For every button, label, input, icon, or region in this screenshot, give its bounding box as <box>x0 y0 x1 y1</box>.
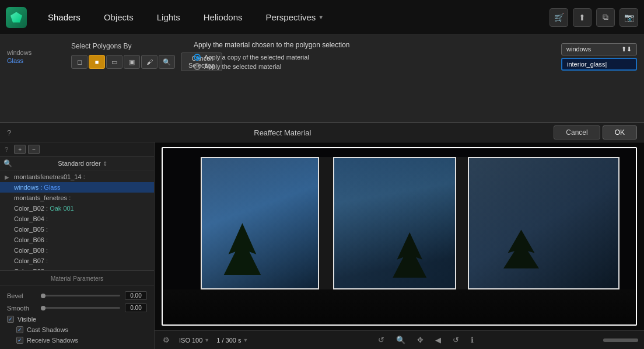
material-params-panel: Material Parameters Bevel 0.00 Smooth 0.… <box>0 270 154 349</box>
iso-dropdown[interactable]: ISO 100 ▼ <box>179 337 209 344</box>
camera-icon-btn[interactable]: 📷 <box>620 8 638 27</box>
top-bar: Shaders Objects Lights Heliodons Perspec… <box>0 0 644 35</box>
render-progress-fill <box>603 338 638 342</box>
smooth-param-row: Smooth 0.00 <box>0 302 154 314</box>
bevel-value[interactable]: 0.00 <box>125 291 147 300</box>
sidebar-search-row: 🔍 Standard order ⇕ <box>0 157 154 170</box>
left-window-panel <box>201 157 319 289</box>
menu-heliodons[interactable]: Heliodons <box>192 8 254 27</box>
poly-btn-poly-select[interactable]: ■ <box>89 55 105 69</box>
menu-lights[interactable]: Lights <box>145 8 192 27</box>
poly-btn-circle-select[interactable]: ▭ <box>106 55 123 69</box>
material-params-title: Material Parameters <box>0 274 154 286</box>
sort-arrow-icon: ⇕ <box>103 160 107 167</box>
poly-btn-lasso-select[interactable]: ▣ <box>124 55 140 69</box>
app-logo <box>6 7 27 28</box>
list-item[interactable]: Color_B08 : <box>0 245 154 256</box>
reaffect-cancel-button[interactable]: Cancel <box>554 125 600 139</box>
smooth-label: Smooth <box>7 305 36 312</box>
cart-icon-btn[interactable]: 🛒 <box>550 8 568 27</box>
material-input[interactable] <box>561 58 637 71</box>
viewport: ⚙ ISO 100 ▼ 1 / 300 s ▼ ↺ 🔍 ✥ ◀ ↺ ℹ <box>155 142 644 349</box>
windows-dropdown[interactable]: windows ⬆⬇ <box>561 43 637 55</box>
sidebar-question: ? <box>5 146 8 153</box>
bevel-slider[interactable] <box>41 295 120 296</box>
list-item[interactable]: montants_fenetres : <box>0 193 154 203</box>
smooth-value[interactable]: 0.00 <box>125 303 147 312</box>
material-controls: windows ⬆⬇ <box>561 43 637 71</box>
iso-dropdown-arrow: ▼ <box>204 337 209 343</box>
smooth-slider-handle <box>41 306 46 310</box>
time-value: 1 / 300 s <box>216 337 241 344</box>
undo-icon-btn[interactable]: ↺ <box>376 334 387 345</box>
sidebar-remove-btn[interactable]: − <box>28 145 40 154</box>
radio-selected-label: Apply the selected material <box>204 63 281 70</box>
visible-checkbox-row[interactable]: Visible <box>0 314 154 324</box>
receive-shadows-checkbox[interactable] <box>16 337 23 344</box>
list-item[interactable]: windows : Glass <box>0 182 154 193</box>
bevel-slider-handle <box>41 294 46 298</box>
windows-nav-label: windows <box>7 49 65 56</box>
cast-shadows-label: Cast Shadows <box>27 326 68 333</box>
sidebar: ? + − 🔍 Standard order ⇕ ▶ montantsfenet… <box>0 142 155 349</box>
zoom-icon-btn[interactable]: 🔍 <box>394 334 408 345</box>
middle-window-panel <box>333 157 456 289</box>
menu-objects[interactable]: Objects <box>92 8 145 27</box>
render-progress <box>603 338 638 342</box>
cast-shadows-checkbox[interactable] <box>16 326 23 333</box>
list-item[interactable]: ▶ montantsfenetres01_14 : <box>0 172 154 182</box>
radio-selected-material[interactable]: Apply the selected material <box>194 63 555 70</box>
sidebar-add-btn[interactable]: + <box>14 145 26 154</box>
list-item[interactable]: Color_B04 : <box>0 214 154 224</box>
radio-copy-material[interactable]: Apply a copy of the selected material <box>194 54 555 61</box>
viewport-bottom-bar: ⚙ ISO 100 ▼ 1 / 300 s ▼ ↺ 🔍 ✥ ◀ ↺ ℹ <box>155 330 644 349</box>
windows-dropdown-arrow: ⬆⬇ <box>621 46 632 53</box>
menu-shaders[interactable]: Shaders <box>36 8 92 27</box>
radio-copy-dot <box>194 54 201 61</box>
smooth-slider[interactable] <box>41 307 120 309</box>
dialog-header: windows Glass Select Polygons By ◻ ■ ▭ ▣… <box>0 35 644 123</box>
export-icon-btn[interactable]: ⬆ <box>573 8 592 27</box>
viewport-inner[interactable] <box>155 142 644 330</box>
poly-btn-magnify[interactable]: 🔍 <box>159 55 175 69</box>
reaffect-title: Reaffect Material <box>11 128 554 137</box>
settings-icon-btn[interactable]: ⚙ <box>160 334 172 345</box>
poly-btn-paint[interactable]: 🖌 <box>141 55 158 69</box>
cast-shadows-row[interactable]: Cast Shadows <box>0 324 154 335</box>
visible-label: Visible <box>18 316 36 323</box>
time-dropdown[interactable]: 1 / 300 s ▼ <box>216 337 248 344</box>
render-progress-bar <box>603 338 638 342</box>
radio-selected-dot <box>194 63 201 70</box>
poly-tools: ◻ ■ ▭ ▣ 🖌 🔍 <box>71 55 175 69</box>
pan-icon-btn[interactable]: ✥ <box>415 334 426 345</box>
reaffect-actions: Cancel OK <box>554 125 637 139</box>
sort-label[interactable]: Standard order ⇕ <box>15 160 150 167</box>
bevel-label: Bevel <box>7 292 36 299</box>
list-item[interactable]: Color_B06 : <box>0 235 154 245</box>
list-item[interactable]: Color_B05 : <box>0 224 154 235</box>
reset-icon-btn[interactable]: ↺ <box>450 334 461 345</box>
receive-shadows-row[interactable]: Receive Shadows <box>0 335 154 345</box>
perspectives-dropdown-arrow: ▼ <box>318 14 324 20</box>
reaffect-question: ? <box>7 128 11 137</box>
right-window-panel <box>468 157 620 289</box>
prev-icon-btn[interactable]: ◀ <box>433 334 443 345</box>
time-dropdown-arrow: ▼ <box>243 337 248 343</box>
list-item[interactable]: Color_B07 : <box>0 256 154 266</box>
top-bar-actions: 🛒 ⬆ ⧉ 📷 <box>550 8 638 27</box>
logo-gem-icon <box>10 12 22 23</box>
poly-btn-rect-select[interactable]: ◻ <box>71 55 88 69</box>
scene-viewport[interactable] <box>162 147 637 326</box>
list-item[interactable]: Color_B02 : Oak 001 <box>0 203 154 214</box>
info-icon-btn[interactable]: ℹ <box>468 334 476 345</box>
window-divider-right <box>456 157 468 289</box>
menu-perspectives[interactable]: Perspectives ▼ <box>254 8 335 27</box>
apply-material-section: Apply the material chosen to the polygon… <box>194 41 555 72</box>
list-item[interactable]: Color_B03 : <box>0 266 154 270</box>
visible-checkbox[interactable] <box>7 316 14 323</box>
reaffect-ok-button[interactable]: OK <box>603 125 637 139</box>
iso-value: ISO 100 <box>179 337 202 344</box>
scene-floor <box>163 289 636 324</box>
window-icon-btn[interactable]: ⧉ <box>596 8 615 27</box>
search-icon: 🔍 <box>4 159 12 167</box>
